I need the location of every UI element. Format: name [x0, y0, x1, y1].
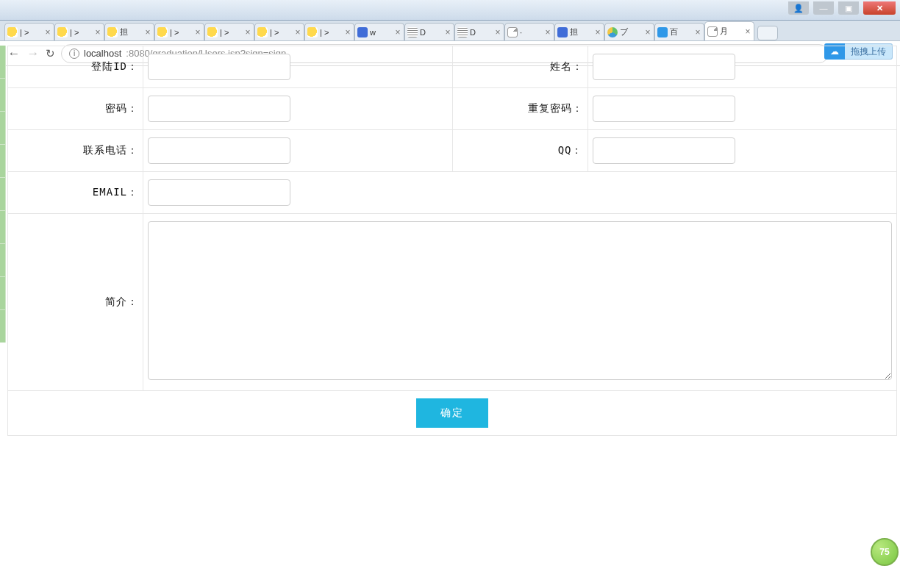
browser-tab[interactable]: | >×	[304, 23, 354, 40]
new-tab-button[interactable]	[757, 26, 778, 40]
tab-close-icon[interactable]: ×	[93, 27, 102, 37]
browser-tab[interactable]: | >×	[204, 23, 254, 40]
tab-favicon	[657, 27, 668, 37]
minimize-icon: —	[820, 4, 828, 12]
tab-title: 担	[570, 26, 593, 37]
tab-favicon	[257, 27, 268, 37]
tab-close-icon[interactable]: ×	[43, 27, 52, 37]
browser-tab[interactable]: 担×	[104, 23, 154, 40]
browser-tab[interactable]: | >×	[4, 23, 54, 40]
email-label: EMAIL：	[8, 172, 143, 214]
tab-title: D	[470, 28, 493, 37]
browser-tab[interactable]: D×	[404, 23, 454, 40]
tab-strip: | >×| >×担×| >×| >×| >×| >×w×D×D×·×担×ブ×百×…	[0, 21, 900, 41]
email-input[interactable]	[148, 179, 290, 206]
signup-form: 登陆ID： 姓名： 密码： 重复密码： 联系电话： QQ： EMAIL： 简介：…	[7, 46, 897, 436]
tab-favicon	[57, 27, 68, 37]
tab-title: | >	[170, 28, 193, 37]
login-id-label: 登陆ID：	[8, 46, 143, 88]
close-button[interactable]: ✕	[863, 1, 896, 15]
tab-title: 百	[670, 26, 693, 37]
tab-title: ブ	[620, 26, 643, 37]
tab-close-icon[interactable]: ×	[243, 27, 252, 37]
browser-tab[interactable]: 百×	[654, 23, 704, 40]
name-label: 姓名：	[452, 46, 588, 88]
tab-title: 月	[720, 26, 743, 37]
tab-favicon	[607, 27, 618, 37]
left-ribbon	[0, 46, 6, 343]
tab-favicon	[107, 27, 118, 37]
submit-button[interactable]: 确定	[416, 398, 488, 428]
maximize-button[interactable]: ▣	[838, 1, 859, 15]
tab-favicon	[407, 27, 418, 37]
password2-label: 重复密码：	[452, 88, 588, 130]
tab-favicon	[557, 27, 568, 37]
tab-close-icon[interactable]: ×	[593, 27, 602, 37]
tab-title: 担	[120, 26, 143, 37]
browser-tab[interactable]: D×	[454, 23, 504, 40]
browser-tab[interactable]: | >×	[54, 23, 104, 40]
page-content: 登陆ID： 姓名： 密码： 重复密码： 联系电话： QQ： EMAIL： 简介：…	[7, 46, 897, 436]
user-icon: 👤	[793, 4, 804, 13]
phone-label: 联系电话：	[8, 130, 143, 172]
browser-tab[interactable]: ブ×	[604, 23, 654, 40]
tab-favicon	[507, 27, 518, 37]
tab-title: | >	[20, 28, 43, 37]
tab-title: | >	[220, 28, 243, 37]
minimize-button[interactable]: —	[813, 1, 834, 15]
password2-input[interactable]	[593, 96, 735, 122]
browser-tab[interactable]: 担×	[554, 23, 604, 40]
tab-close-icon[interactable]: ×	[443, 27, 452, 37]
phone-input[interactable]	[148, 137, 290, 164]
tab-close-icon[interactable]: ×	[193, 27, 202, 37]
qq-label: QQ：	[452, 130, 588, 172]
tab-favicon	[357, 27, 368, 37]
browser-tab[interactable]: w×	[354, 23, 404, 40]
score-badge[interactable]: 75	[871, 538, 899, 566]
qq-input[interactable]	[593, 137, 735, 164]
login-id-input[interactable]	[148, 54, 290, 80]
tab-close-icon[interactable]: ×	[643, 27, 652, 37]
tab-favicon	[7, 27, 18, 37]
tab-title: D	[420, 28, 443, 37]
password-input[interactable]	[148, 96, 290, 122]
tab-close-icon[interactable]: ×	[743, 26, 752, 37]
browser-tab[interactable]: | >×	[154, 23, 204, 40]
tab-close-icon[interactable]: ×	[143, 27, 152, 37]
tab-title: | >	[70, 28, 93, 37]
tab-title: ·	[520, 28, 543, 37]
tab-favicon	[207, 27, 218, 37]
browser-tab[interactable]: ·×	[504, 23, 554, 40]
tab-favicon	[307, 27, 318, 37]
tab-close-icon[interactable]: ×	[393, 27, 402, 37]
maximize-icon: ▣	[845, 4, 852, 13]
browser-tab[interactable]: | >×	[254, 23, 304, 40]
tab-title: w	[370, 28, 393, 37]
window-controls: 👤 — ▣ ✕	[788, 0, 900, 15]
window-titlebar: 👤 — ▣ ✕	[0, 0, 900, 21]
name-input[interactable]	[593, 54, 735, 80]
intro-textarea[interactable]	[148, 221, 892, 380]
tab-close-icon[interactable]: ×	[543, 27, 552, 37]
tab-close-icon[interactable]: ×	[343, 27, 352, 37]
tab-title: | >	[320, 28, 343, 37]
tab-close-icon[interactable]: ×	[493, 27, 502, 37]
tab-close-icon[interactable]: ×	[293, 27, 302, 37]
tab-close-icon[interactable]: ×	[693, 27, 702, 37]
tab-favicon	[457, 27, 468, 37]
tab-favicon	[707, 26, 718, 37]
close-icon: ✕	[876, 4, 883, 13]
intro-label: 简介：	[8, 214, 143, 391]
tab-favicon	[157, 27, 168, 37]
user-button[interactable]: 👤	[788, 1, 809, 15]
password-label: 密码：	[8, 88, 143, 130]
browser-tab[interactable]: 月×	[704, 21, 754, 40]
tab-title: | >	[270, 28, 293, 37]
